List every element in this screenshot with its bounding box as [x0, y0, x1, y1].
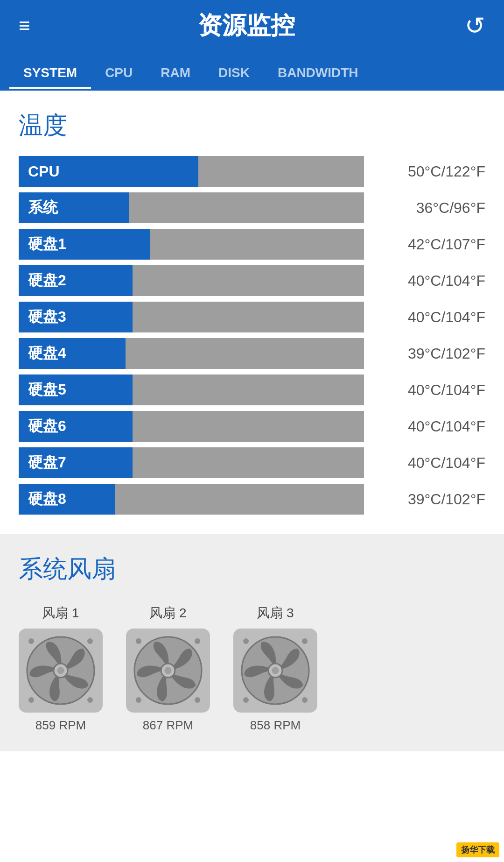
temp-label: 硬盘5 [28, 380, 66, 400]
fan-item: 风扇 2 [126, 604, 210, 733]
watermark: 扬华下载 [456, 842, 499, 857]
fan-label: 风扇 2 [149, 604, 186, 622]
temp-label: 硬盘6 [28, 416, 66, 437]
temp-bar-container: 硬盘7 [19, 447, 364, 478]
fans-section: 系统风扇 风扇 1 [0, 534, 504, 751]
temp-value: 39°C/102°F [373, 491, 485, 508]
temp-bar-container: 硬盘6 [19, 411, 364, 442]
temp-bar-container: 硬盘1 [19, 229, 364, 260]
temp-bar-fill: 系统 [19, 192, 129, 223]
svg-point-9 [165, 667, 172, 674]
temp-bar-fill: 硬盘7 [19, 447, 133, 478]
temp-value: 36°C/96°F [373, 199, 485, 217]
tab-ram[interactable]: RAM [147, 61, 204, 89]
fan-icon [240, 636, 310, 706]
svg-point-6 [87, 697, 93, 703]
temp-bar-container: CPU [19, 156, 364, 187]
temp-bar-fill: 硬盘2 [19, 265, 133, 296]
fan-rpm: 858 RPM [250, 718, 301, 733]
temp-bar-container: 硬盘3 [19, 302, 364, 332]
temp-bar-fill: CPU [19, 156, 198, 187]
svg-point-13 [195, 697, 200, 703]
fan-item: 风扇 1 [19, 604, 103, 733]
fan-icon-wrapper [126, 629, 210, 713]
temp-row: 系统 36°C/96°F [19, 192, 485, 223]
temp-bar-container: 系统 [19, 192, 364, 223]
temp-row: 硬盘6 40°C/104°F [19, 411, 485, 442]
temp-bar-fill: 硬盘1 [19, 229, 150, 260]
temp-value: 40°C/104°F [373, 309, 485, 326]
tab-bandwidth[interactable]: BANDWIDTH [264, 61, 372, 89]
temp-row: 硬盘8 39°C/102°F [19, 484, 485, 515]
temp-bar-fill: 硬盘6 [19, 411, 133, 442]
menu-icon[interactable]: ≡ [19, 16, 28, 35]
temperature-title: 温度 [19, 109, 485, 142]
svg-point-12 [136, 697, 141, 703]
temp-row: 硬盘7 40°C/104°F [19, 447, 485, 478]
fan-icon-wrapper [233, 629, 317, 713]
fan-icon [133, 636, 203, 706]
temp-bar-fill: 硬盘4 [19, 338, 126, 369]
temp-row: 硬盘1 42°C/107°F [19, 229, 485, 260]
temp-label: 硬盘1 [28, 234, 66, 254]
app-title: 资源监控 [198, 9, 295, 42]
temp-bar-fill: 硬盘8 [19, 484, 115, 515]
temp-value: 40°C/104°F [373, 382, 485, 399]
svg-point-3 [28, 638, 34, 644]
temperature-rows: CPU 50°C/122°F 系统 36°C/96°F 硬盘1 42°C/107… [19, 156, 485, 515]
temp-bar-container: 硬盘8 [19, 484, 364, 515]
temp-value: 39°C/102°F [373, 345, 485, 362]
temp-value: 50°C/122°F [373, 163, 485, 180]
temp-label: 硬盘7 [28, 452, 66, 473]
temp-value: 40°C/104°F [373, 454, 485, 472]
temp-value: 40°C/104°F [373, 272, 485, 290]
temperature-section: 温度 CPU 50°C/122°F 系统 36°C/96°F 硬盘1 42°C [0, 91, 504, 534]
temp-bar-container: 硬盘4 [19, 338, 364, 369]
tab-cpu[interactable]: CPU [91, 61, 147, 89]
temp-label: 系统 [28, 198, 58, 218]
temp-row: 硬盘3 40°C/104°F [19, 302, 485, 332]
svg-point-10 [136, 638, 141, 644]
svg-point-5 [28, 697, 34, 703]
fan-icon-wrapper [19, 629, 103, 713]
temp-value: 40°C/104°F [373, 418, 485, 435]
temp-row: 硬盘5 40°C/104°F [19, 374, 485, 405]
svg-point-2 [57, 667, 64, 674]
fan-icon [26, 636, 96, 706]
temp-label: CPU [28, 163, 60, 180]
fan-rpm: 859 RPM [35, 718, 86, 733]
temp-bar-fill: 硬盘5 [19, 374, 133, 405]
fans-container: 风扇 1 [19, 604, 485, 733]
temp-bar-container: 硬盘5 [19, 374, 364, 405]
fan-rpm: 867 RPM [143, 718, 193, 733]
fans-title: 系统风扇 [19, 553, 485, 586]
svg-point-11 [195, 638, 200, 644]
tab-disk[interactable]: DISK [204, 61, 264, 89]
fan-label: 风扇 1 [42, 604, 79, 622]
svg-point-18 [302, 638, 308, 644]
refresh-icon[interactable]: ↺ [465, 12, 485, 40]
temp-bar-container: 硬盘2 [19, 265, 364, 296]
temp-row: 硬盘2 40°C/104°F [19, 265, 485, 296]
tab-system[interactable]: SYSTEM [9, 61, 91, 89]
svg-point-20 [302, 697, 308, 703]
tab-bar: SYSTEM CPU RAM DISK BANDWIDTH [0, 51, 504, 89]
svg-point-4 [87, 638, 93, 644]
temp-value: 42°C/107°F [373, 236, 485, 253]
temp-label: 硬盘4 [28, 343, 66, 364]
app-header: ≡ 资源监控 ↺ [0, 0, 504, 51]
svg-point-16 [272, 667, 279, 674]
temp-label: 硬盘2 [28, 270, 66, 291]
fan-item: 风扇 3 [233, 604, 317, 733]
fan-label: 风扇 3 [257, 604, 294, 622]
temp-label: 硬盘3 [28, 307, 66, 327]
temp-bar-fill: 硬盘3 [19, 302, 133, 332]
svg-point-19 [243, 697, 249, 703]
temp-label: 硬盘8 [28, 489, 66, 509]
svg-point-17 [243, 638, 249, 644]
temp-row: 硬盘4 39°C/102°F [19, 338, 485, 369]
temp-row: CPU 50°C/122°F [19, 156, 485, 187]
